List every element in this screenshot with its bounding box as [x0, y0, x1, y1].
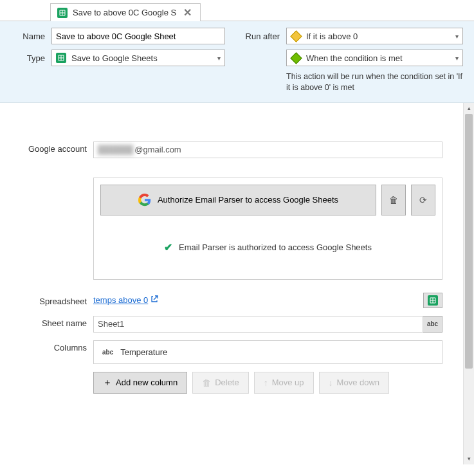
name-label: Name	[6, 32, 51, 41]
delete-label: Delete	[215, 378, 239, 387]
trash-icon: 🗑	[202, 378, 211, 388]
google-icon	[138, 194, 151, 206]
arrow-up-icon: ↑	[264, 378, 268, 388]
chevron-down-icon: ▾	[455, 33, 459, 40]
scroll-up-button[interactable]: ▴	[464, 103, 474, 114]
external-link-icon	[150, 295, 158, 305]
auth-status-text: Email Parser is authorized to access Goo…	[179, 243, 372, 252]
run-after-select[interactable]: If it is above 0 ▾	[286, 28, 463, 44]
sheet-name-label: Sheet name	[0, 316, 93, 333]
type-label: Type	[6, 53, 51, 63]
move-down-label: Move down	[337, 378, 379, 387]
account-masked: ██████	[98, 145, 133, 154]
delete-column-button: 🗑 Delete	[192, 372, 249, 394]
scroll-thumb[interactable]	[465, 114, 473, 369]
sheets-icon	[56, 53, 66, 63]
google-account-field[interactable]: ██████ @gmail.com	[93, 142, 442, 158]
authorize-button[interactable]: Authorize Email Parser to access Google …	[100, 185, 376, 215]
helper-text: This action will be run when the conditi…	[286, 71, 468, 93]
add-column-label: Add new column	[116, 378, 178, 387]
condition-met-icon	[291, 53, 301, 63]
refresh-auth-button[interactable]: ⟳	[411, 185, 435, 215]
plus-icon: ＋	[103, 377, 112, 389]
condition-icon	[291, 31, 301, 41]
move-down-button: ↓ Move down	[319, 372, 389, 394]
auth-status: ✔ Email Parser is authorized to access G…	[100, 241, 435, 253]
condition-value: When the condition is met	[306, 53, 403, 63]
scroll-down-button[interactable]: ▾	[464, 453, 474, 464]
sheets-icon	[57, 8, 68, 18]
move-up-button: ↑ Move up	[254, 372, 314, 394]
move-up-label: Move up	[272, 378, 304, 387]
arrow-down-icon: ↓	[329, 378, 333, 388]
delete-auth-button[interactable]: 🗑	[381, 185, 406, 215]
content-area: Google account ██████ @gmail.com	[0, 103, 463, 464]
chevron-down-icon: ▾	[455, 55, 459, 62]
columns-list[interactable]: abc Temperature	[93, 340, 442, 364]
type-value: Save to Google Sheets	[71, 53, 158, 63]
column-item: Temperature	[120, 347, 167, 357]
add-column-button[interactable]: ＋ Add new column	[93, 372, 187, 394]
sheets-icon	[428, 295, 438, 306]
trash-icon: 🗑	[389, 195, 398, 205]
tab-bar: Save to above 0C Google S ✕	[0, 0, 474, 21]
scrollbar[interactable]: ▴ ▾	[463, 103, 474, 464]
name-input[interactable]	[51, 28, 225, 44]
authorize-label: Authorize Email Parser to access Google …	[158, 195, 338, 205]
account-domain: @gmail.com	[134, 145, 181, 154]
top-panel: Name Run after If it is above 0 ▾ Type S…	[0, 21, 474, 103]
text-type-icon: abc	[100, 347, 115, 357]
condition-select[interactable]: When the condition is met ▾	[286, 50, 463, 66]
spreadsheet-link[interactable]: temps above 0	[93, 295, 148, 305]
run-after-label: Run after	[238, 32, 286, 41]
google-account-label: Google account	[0, 142, 93, 280]
insert-variable-button[interactable]: abc	[423, 316, 442, 333]
run-after-value: If it is above 0	[306, 32, 358, 41]
tab-active[interactable]: Save to above 0C Google S ✕	[50, 3, 201, 21]
tab-title: Save to above 0C Google S	[73, 8, 176, 17]
refresh-icon: ⟳	[419, 195, 427, 205]
type-select[interactable]: Save to Google Sheets ▾	[51, 50, 225, 66]
sheet-name-input[interactable]	[93, 316, 423, 333]
check-icon: ✔	[164, 241, 172, 253]
auth-box: Authorize Email Parser to access Google …	[93, 178, 442, 280]
columns-label: Columns	[0, 340, 93, 394]
close-icon[interactable]: ✕	[181, 6, 194, 19]
spreadsheet-label: Spreadsheet	[0, 294, 93, 306]
chevron-down-icon: ▾	[217, 55, 221, 62]
pick-spreadsheet-button[interactable]	[423, 293, 442, 308]
scroll-track[interactable]	[464, 114, 474, 453]
